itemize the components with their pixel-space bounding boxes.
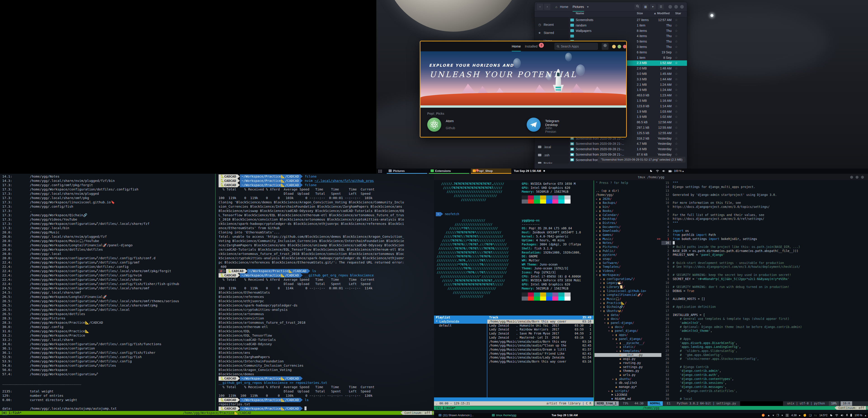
star-icon[interactable]: ☆	[673, 77, 680, 82]
tree-row[interactable]: ▸▮ __pycache__/	[594, 341, 661, 345]
star-icon[interactable]: ☆	[673, 141, 680, 147]
file-row[interactable]: random1 itemThu☆	[568, 23, 687, 28]
column-size[interactable]: Size	[637, 11, 643, 15]
taskbar-clock[interactable]: Tue Sep 29 1:56 AM	[552, 413, 578, 418]
star-icon[interactable]: ☆	[673, 120, 680, 125]
tree-row[interactable]: ▸▮ Legacy🍜/	[594, 281, 661, 285]
sidebar-item-starred[interactable]: ★Starred	[535, 29, 568, 37]
view-dropdown-icon[interactable]: ▾	[650, 4, 656, 9]
tree-row[interactable]: ▸▮ Distros/	[594, 221, 661, 225]
tree-row[interactable]: ▾▮ Ubuntu🦋/	[594, 309, 661, 313]
track-row[interactable]: /home/ygg/Music/zenaida/audio/'Friend Li…	[487, 352, 594, 356]
file-row[interactable]: Screenshots27 items12:57 AM☆	[568, 18, 687, 23]
star-icon[interactable]: ☆	[673, 82, 680, 88]
track-row[interactable]: Lady Zenaid . Save Me From Myse 201704:5…	[487, 332, 594, 336]
star-icon[interactable]: ☆	[673, 23, 680, 28]
star-icon[interactable]: ☆	[673, 163, 680, 163]
tree-row[interactable]: ▸▮ LongtailFinancial🚀/	[594, 293, 661, 297]
tmux-pane-divider[interactable]	[594, 180, 594, 406]
star-icon[interactable]: ☆	[673, 87, 680, 93]
file-row[interactable]: Screenshot from 2020-09-28 21-...1.8 MBY…	[568, 147, 687, 152]
tmux-status-bar-left[interactable]: /home/ygg/Workspace/Practice📐/CADCAD [0]…	[0, 411, 434, 415]
star-icon[interactable]: ☆	[673, 125, 680, 130]
column-modified[interactable]: Modified	[657, 11, 670, 15]
tree-row[interactable]: ▸▮ linuxiscool.github.io>	[594, 289, 661, 293]
tree-row[interactable]: ◆ __init__.py	[594, 353, 661, 357]
battery-icon[interactable]	[850, 414, 852, 417]
star-icon[interactable]: ☆	[673, 98, 680, 103]
file-row[interactable]: Screenshot from 2020-09-28 20-...530.7 k…	[568, 163, 687, 163]
volume-icon[interactable]	[841, 414, 844, 417]
tree-row[interactable]: ▾▮ panel_django/	[594, 329, 661, 333]
tree-row[interactable]: ▸▮ Documents/	[594, 225, 661, 229]
tree-row[interactable]: ▸▮ static/	[594, 345, 661, 349]
tree-row[interactable]: ▼ README.md	[594, 397, 661, 401]
tree-row[interactable]: ▸▮ apps/	[594, 333, 661, 337]
tree-row[interactable]: ▸▮ Games/	[594, 233, 661, 237]
star-icon[interactable]: ☆	[673, 18, 680, 23]
taskbar-window-tmux[interactable]: tmux /home/ygg	[491, 413, 531, 418]
track-row[interactable]: /home/ygg/Music/zenaida/audio/Lady Zenai…	[487, 356, 594, 360]
tree-row[interactable]	[594, 185, 661, 189]
window-button-maximize[interactable]	[618, 45, 621, 49]
tree-row[interactable]: ▸▮ Backups/	[594, 201, 661, 205]
tree-row[interactable]: ▸▮ snap/	[594, 257, 661, 261]
tree-row[interactable]: ▾▮ panel_django/	[594, 337, 661, 341]
system-tray[interactable]: 100 % ▴	[649, 169, 684, 174]
system-tray[interactable]: ▲ ▾ ❐ ▾ 1 4.38 ▸ ✊ ❏ ↑↓ 14.5°C 100 % ▴	[761, 413, 867, 418]
star-icon[interactable]: ☆	[673, 33, 680, 39]
terminal-titlebar[interactable]: tmux /home/ygg	[434, 174, 868, 180]
tree-row[interactable]: ▸▮ Software/	[594, 261, 661, 265]
star-icon[interactable]: ☆	[673, 71, 680, 77]
popshop-banner[interactable]: EXPLORE YOUR HORIZONS AND UNLEASH YOUR P…	[421, 51, 626, 108]
file-row[interactable]: Wallpapers8 itemsThu☆	[568, 28, 687, 34]
tree-row[interactable]: ◆ asgi.py	[594, 357, 661, 361]
tree-row[interactable]: ▸▮ configuration🖍/	[594, 277, 661, 281]
tree-row[interactable]: ▸▮ bin/	[594, 205, 661, 209]
tree-row[interactable]: ▸▮ 2020/	[594, 197, 661, 201]
track-row[interactable]: Lady Zenaid . Mastered- Let It 201803:16…	[487, 336, 594, 340]
night-light-icon[interactable]	[830, 414, 833, 417]
star-icon[interactable]: ☆	[673, 28, 680, 34]
taskbar-clock[interactable]: Tue Sep 29 1:56 AM	[514, 169, 545, 174]
tree-row[interactable]: ▸▮ Public/	[594, 249, 661, 253]
sidebar-item-ssh[interactable]: .ssh	[535, 151, 568, 159]
forward-button[interactable]: ›	[544, 4, 550, 10]
tree-row[interactable]: ◆ settings.py	[594, 365, 661, 369]
vim-buffer[interactable]: """Django settings for django_multi_apps…	[673, 181, 868, 401]
window-button[interactable]	[856, 176, 859, 179]
star-icon[interactable]: ☆	[673, 39, 680, 44]
file-row[interactable]: 4 itemsThu☆	[568, 33, 687, 39]
windows-icon[interactable]: ❏	[809, 414, 811, 417]
breadcrumb-pictures[interactable]: Pictures	[572, 2, 584, 11]
tree-row[interactable]: ▸▮ data/	[594, 313, 661, 317]
star-icon[interactable]: ☆	[673, 55, 680, 61]
track-row[interactable]: /home/ygg/Music/zenaida/Born this way co…	[487, 360, 594, 364]
tree-row[interactable]: ◆ routing.py	[594, 361, 661, 365]
workrave-icon[interactable]: ✊	[803, 414, 807, 417]
track-row[interactable]: /home/ygg/Music/zenaida/audio/“Clean up …	[487, 344, 594, 348]
tree-row[interactable]: ◆ themes.py	[594, 369, 661, 373]
tree-row[interactable]: ▸▮ docs/	[594, 317, 661, 321]
wifi-icon[interactable]	[656, 170, 659, 172]
window-button[interactable]	[674, 5, 678, 8]
playlist-item[interactable]: default	[434, 324, 487, 328]
tab-home[interactable]: Home	[512, 41, 521, 51]
tree-row[interactable]: ▸▮ Videos/	[594, 269, 661, 273]
window-button-minimize[interactable]	[612, 45, 616, 49]
tree-row[interactable]: ▸▮ Music🎧/	[594, 297, 661, 301]
hamburger-menu-icon[interactable]: ☰	[658, 4, 664, 9]
star-icon[interactable]: ☆	[673, 114, 680, 120]
star-icon[interactable]: ☆	[673, 60, 680, 66]
track-row[interactable]: Lady Zenaid . Humanite Uni Toi 201703:30…	[487, 324, 594, 328]
star-icon[interactable]: ☆	[673, 50, 680, 55]
back-button[interactable]: ‹	[537, 4, 543, 10]
eject-icon[interactable]: ▲	[767, 414, 770, 417]
tree-row[interactable]: ≣ db.sqlite3	[594, 381, 661, 385]
star-icon[interactable]: ☆	[673, 109, 680, 115]
file-row[interactable]: Screenshot from 2020-09-28 21-...4.7 MBY…	[568, 141, 687, 147]
tree-row[interactable]: ▸▮ templates/	[594, 349, 661, 353]
search-icon[interactable]	[634, 4, 640, 9]
apps-grid-icon[interactable]	[378, 170, 382, 173]
night-light-icon[interactable]	[650, 170, 653, 172]
